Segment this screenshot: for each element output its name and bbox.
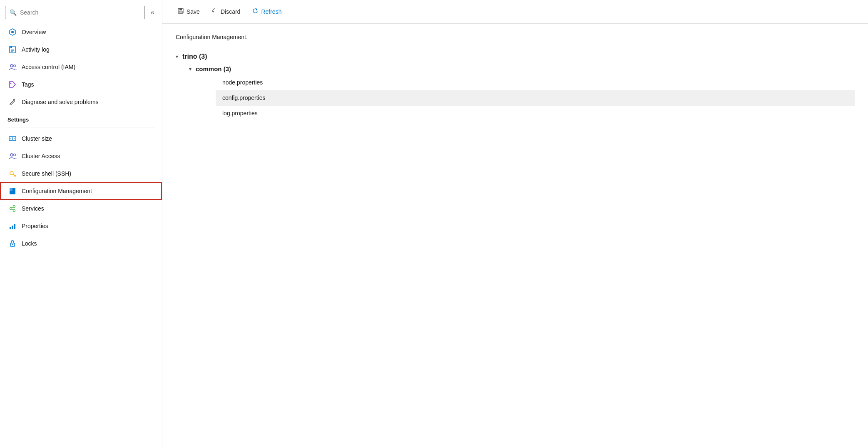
tree-root: ▾ trino (3) ▾ common (3) node.properties… — [176, 50, 855, 121]
sidebar-item-configuration-management[interactable]: Configuration Management — [0, 182, 162, 200]
svg-rect-3 — [10, 46, 12, 48]
sidebar-item-overview-label: Overview — [22, 29, 46, 35]
sidebar-item-cluster-size[interactable]: Cluster size — [0, 130, 162, 147]
svg-point-14 — [10, 154, 13, 156]
activity-log-icon — [8, 45, 17, 54]
common-chevron-icon: ▾ — [189, 66, 192, 72]
file-log-properties-label: log.properties — [222, 110, 258, 117]
svg-point-23 — [13, 206, 15, 208]
main-content: Save Discard Refresh Configuration Manag — [162, 0, 868, 447]
svg-point-22 — [10, 208, 12, 210]
svg-point-1 — [11, 31, 14, 33]
sidebar-item-locks-label: Locks — [22, 240, 37, 247]
lock-icon — [8, 239, 17, 248]
tree-files: node.properties config.properties log.pr… — [216, 75, 855, 121]
file-config-properties[interactable]: config.properties — [216, 90, 855, 106]
discard-icon — [211, 7, 218, 16]
svg-point-9 — [10, 83, 12, 84]
hexagon-icon — [8, 28, 17, 36]
settings-divider — [7, 127, 154, 127]
svg-rect-28 — [12, 226, 13, 229]
svg-point-8 — [14, 65, 16, 67]
sidebar-item-activity-log[interactable]: Activity log — [0, 41, 162, 58]
tree-level1-trino-label: trino (3) — [182, 53, 207, 60]
sidebar-item-tags-label: Tags — [22, 81, 34, 88]
discard-button[interactable]: Discard — [206, 5, 245, 18]
sidebar-item-services-label: Services — [22, 205, 44, 212]
sidebar-item-overview[interactable]: Overview — [0, 23, 162, 41]
sidebar-item-tags[interactable]: Tags — [0, 76, 162, 93]
nav-list: Overview Activity log — [0, 23, 162, 447]
properties-icon — [8, 222, 17, 230]
file-node-properties[interactable]: node.properties — [216, 75, 855, 90]
discard-label: Discard — [221, 8, 240, 15]
tree-level2-common: ▾ common (3) node.properties config.prop… — [189, 63, 855, 121]
svg-rect-27 — [10, 227, 11, 229]
svg-point-31 — [12, 244, 13, 245]
tag-icon — [8, 80, 17, 89]
tree-level2-common-label: common (3) — [196, 65, 231, 72]
cluster-access-icon — [8, 152, 17, 160]
svg-rect-34 — [179, 11, 182, 13]
search-box[interactable]: 🔍 — [5, 6, 145, 19]
svg-point-24 — [13, 210, 15, 212]
save-label: Save — [187, 8, 200, 15]
svg-line-26 — [12, 209, 13, 210]
settings-section-header: Settings — [0, 111, 162, 125]
trino-chevron-icon: ▾ — [176, 54, 178, 60]
file-node-properties-label: node.properties — [222, 79, 263, 86]
save-button[interactable]: Save — [172, 5, 205, 18]
sidebar-item-activity-log-label: Activity log — [22, 46, 50, 53]
file-log-properties[interactable]: log.properties — [216, 106, 855, 121]
svg-rect-21 — [10, 188, 12, 191]
sidebar-item-access-control-label: Access control (IAM) — [22, 64, 75, 70]
sidebar: 🔍 « Overview — [0, 0, 162, 447]
sidebar-item-access-control[interactable]: Access control (IAM) — [0, 58, 162, 76]
svg-line-25 — [12, 207, 13, 209]
sidebar-item-cluster-access-label: Cluster Access — [22, 153, 60, 159]
svg-point-15 — [14, 154, 16, 156]
svg-point-16 — [10, 171, 13, 175]
sidebar-item-properties[interactable]: Properties — [0, 217, 162, 235]
sidebar-item-services[interactable]: Services — [0, 200, 162, 217]
search-area: 🔍 « — [0, 0, 162, 23]
sidebar-item-configuration-management-label: Configuration Management — [22, 188, 92, 194]
sidebar-item-secure-shell[interactable]: Secure shell (SSH) — [0, 165, 162, 182]
sidebar-item-secure-shell-label: Secure shell (SSH) — [22, 170, 71, 177]
collapse-sidebar-button[interactable]: « — [148, 7, 157, 18]
search-icon: 🔍 — [10, 9, 17, 16]
key-icon — [8, 169, 17, 178]
search-input[interactable] — [20, 9, 140, 16]
sidebar-item-diagnose[interactable]: Diagnose and solve problems — [0, 93, 162, 111]
sidebar-item-cluster-size-label: Cluster size — [22, 135, 52, 142]
refresh-button[interactable]: Refresh — [247, 5, 286, 18]
tree-level1-trino[interactable]: ▾ trino (3) — [176, 50, 855, 63]
tree-level2-common-header[interactable]: ▾ common (3) — [189, 63, 855, 75]
sidebar-item-properties-label: Properties — [22, 223, 48, 229]
file-config-properties-label: config.properties — [222, 94, 266, 101]
svg-rect-29 — [14, 224, 15, 229]
people-icon — [8, 63, 17, 71]
cluster-size-icon — [8, 134, 17, 143]
wrench-icon — [8, 98, 17, 106]
configuration-management-icon — [8, 187, 17, 195]
services-icon — [8, 204, 17, 213]
content-title: Configuration Management. — [176, 34, 855, 40]
refresh-icon — [252, 7, 259, 16]
sidebar-item-locks[interactable]: Locks — [0, 235, 162, 252]
svg-point-7 — [10, 65, 13, 67]
content-area: Configuration Management. ▾ trino (3) ▾ … — [162, 24, 868, 447]
sidebar-item-diagnose-label: Diagnose and solve problems — [22, 99, 98, 105]
sidebar-item-cluster-access[interactable]: Cluster Access — [0, 147, 162, 165]
refresh-label: Refresh — [261, 8, 281, 15]
save-icon — [177, 7, 184, 16]
toolbar: Save Discard Refresh — [162, 0, 868, 24]
svg-rect-33 — [179, 8, 182, 10]
